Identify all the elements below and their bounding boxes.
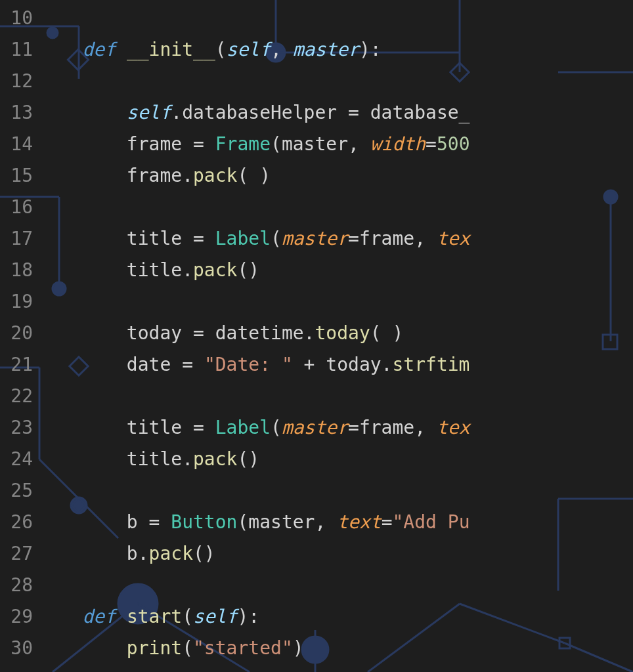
token-param: master <box>293 39 359 60</box>
code-line[interactable] <box>38 3 633 34</box>
token-id <box>38 543 127 564</box>
code-line[interactable] <box>38 570 633 601</box>
token-kw: def <box>82 606 116 627</box>
token-id <box>38 39 82 60</box>
code-line[interactable]: title.pack() <box>38 255 633 286</box>
token-op: = <box>337 102 370 123</box>
token-id: date <box>127 354 171 375</box>
code-line[interactable]: frame = Frame(master, width=500 <box>38 129 633 160</box>
token-id: frame <box>127 133 182 155</box>
code-line[interactable]: frame.pack( ) <box>38 160 633 192</box>
token-id <box>38 259 127 281</box>
token-op: , <box>414 228 437 249</box>
token-op: . <box>182 165 193 186</box>
code-line[interactable] <box>38 286 633 318</box>
token-op: , <box>315 511 337 533</box>
line-number: 26 <box>0 507 33 538</box>
code-line[interactable]: title = Label(master=frame, tex <box>38 223 633 255</box>
token-meth: pack <box>193 165 237 186</box>
token-id: title <box>127 228 182 249</box>
token-id <box>116 606 127 627</box>
token-id <box>38 354 127 375</box>
code-line[interactable]: def __init__(self, master): <box>38 34 633 66</box>
token-cls: Label <box>215 228 271 249</box>
code-line[interactable] <box>38 475 633 507</box>
token-id: b <box>127 511 138 533</box>
token-kw: def <box>82 39 116 60</box>
line-number: 11 <box>0 34 33 66</box>
token-meth: today <box>315 322 370 344</box>
token-id: master <box>282 133 348 155</box>
token-op: () <box>237 259 259 281</box>
token-id: datetime <box>215 322 304 344</box>
code-line[interactable] <box>38 192 633 223</box>
token-fn: start <box>127 606 182 627</box>
token-id: frame <box>359 228 414 249</box>
code-line[interactable] <box>38 66 633 97</box>
token-id: title <box>127 259 182 281</box>
token-meth: print <box>127 637 182 659</box>
token-id <box>38 448 127 470</box>
token-id: frame <box>127 165 182 186</box>
token-op: = <box>426 133 437 155</box>
token-self: self <box>127 102 171 123</box>
code-line[interactable]: title.pack() <box>38 444 633 475</box>
line-number: 22 <box>0 381 33 412</box>
token-meth: pack <box>149 543 193 564</box>
token-cls: Frame <box>215 133 271 155</box>
line-number-gutter: 1011121314151617181920212223242526272829… <box>0 0 38 672</box>
token-id <box>38 165 127 186</box>
token-op: , <box>348 133 370 155</box>
code-line[interactable]: self.databaseHelper = database_ <box>38 97 633 129</box>
code-line[interactable]: def start(self): <box>38 601 633 633</box>
token-id: title <box>127 417 182 438</box>
token-op: ) <box>293 637 304 659</box>
line-number: 30 <box>0 633 33 664</box>
code-line[interactable]: title = Label(master=frame, tex <box>38 412 633 444</box>
code-line[interactable]: b.pack() <box>38 538 633 570</box>
line-number: 29 <box>0 601 33 633</box>
token-self: self <box>193 606 237 627</box>
line-number: 19 <box>0 286 33 318</box>
code-line[interactable]: b = Button(master, text="Add Pu <box>38 507 633 538</box>
line-number: 27 <box>0 538 33 570</box>
code-editor[interactable]: 1011121314151617181920212223242526272829… <box>0 0 633 672</box>
code-line[interactable]: print("started") <box>38 633 633 664</box>
token-id <box>38 102 127 123</box>
line-number: 24 <box>0 444 33 475</box>
token-cls: Label <box>215 417 271 438</box>
token-op: = <box>182 322 215 344</box>
token-id: today <box>127 322 182 344</box>
line-number: 21 <box>0 349 33 381</box>
token-op: ( <box>271 133 282 155</box>
token-op: ( <box>271 417 282 438</box>
token-op: : <box>248 606 259 627</box>
token-op: () <box>237 448 259 470</box>
token-op: = <box>138 511 171 533</box>
code-area[interactable]: def __init__(self, master): self.databas… <box>38 0 633 672</box>
line-number: 13 <box>0 97 33 129</box>
token-arg: tex <box>437 228 470 249</box>
code-line[interactable]: date = "Date: " + today.strftim <box>38 349 633 381</box>
token-op: () <box>193 543 215 564</box>
line-number: 20 <box>0 318 33 349</box>
token-self: self <box>227 39 271 60</box>
code-line[interactable]: today = datetime.today( ) <box>38 318 633 349</box>
token-arg: width <box>370 133 426 155</box>
token-op: . <box>171 102 182 123</box>
token-id: b <box>127 543 138 564</box>
token-op: : <box>370 39 382 60</box>
token-op: . <box>182 259 193 281</box>
line-number: 16 <box>0 192 33 223</box>
token-op: + <box>293 354 326 375</box>
token-str: "started" <box>193 637 293 659</box>
token-str: "Add Pu <box>392 511 469 533</box>
line-number: 12 <box>0 66 33 97</box>
token-op: ( <box>271 228 282 249</box>
token-arg: tex <box>437 417 470 438</box>
code-line[interactable] <box>38 381 633 412</box>
token-op: = <box>171 354 204 375</box>
line-number: 28 <box>0 570 33 601</box>
line-number: 15 <box>0 160 33 192</box>
token-op: = <box>182 417 215 438</box>
